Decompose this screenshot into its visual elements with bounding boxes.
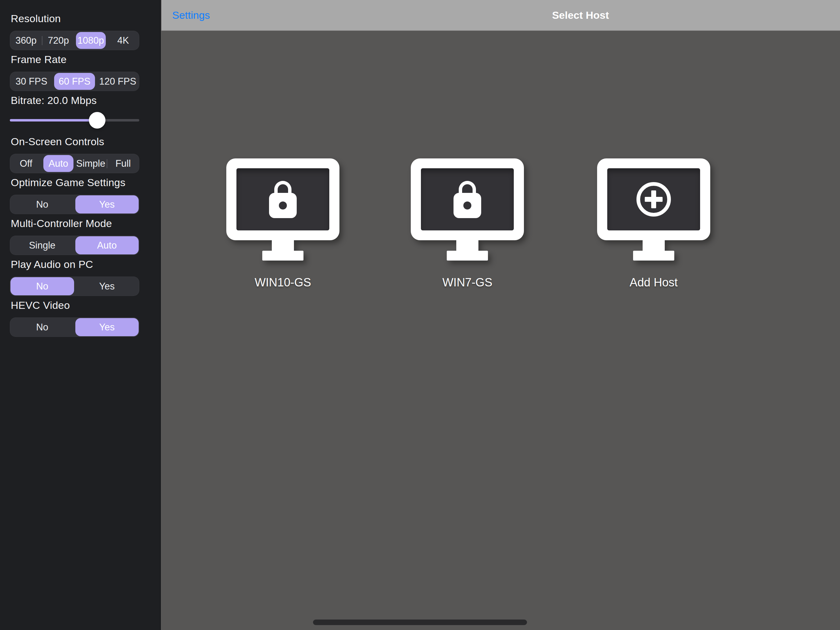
lock-icon — [453, 181, 481, 218]
monitor-screen — [607, 168, 700, 230]
segment-option-label: Simple — [76, 158, 106, 169]
frame-rate-option-120-fps[interactable]: 120 FPS — [96, 72, 139, 91]
hevc-video-option-no[interactable]: No — [10, 318, 74, 337]
play-audio-on-pc-option-yes[interactable]: Yes — [75, 277, 139, 296]
hevc-video-option-yes[interactable]: Yes — [75, 318, 139, 337]
setting-section-on-screen-controls: On-Screen ControlsOffAutoSimpleFull — [0, 135, 160, 173]
setting-section-hevc-video: HEVC VideoNoYes — [0, 299, 160, 337]
segment-option-label: Yes — [99, 322, 115, 333]
host-name-label: WIN10-GS — [218, 276, 347, 289]
setting-label-frame-rate: Frame Rate — [11, 53, 160, 65]
segment-option-label: No — [36, 281, 48, 292]
monitor-stand-base — [447, 251, 488, 261]
segment-option-label: 720p — [47, 35, 69, 46]
slider-fill — [10, 119, 97, 122]
slider-thumb[interactable] — [89, 112, 106, 128]
segment-option-label: 360p — [15, 35, 36, 46]
lock-icon — [269, 181, 297, 218]
monitor-icon — [411, 158, 524, 261]
monitor-icon — [226, 158, 339, 261]
slider-track[interactable] — [10, 119, 139, 122]
on-screen-controls-option-off[interactable]: Off — [10, 154, 42, 173]
monitor-frame — [597, 158, 710, 240]
frame-rate-segmented-control: 30 FPS60 FPS120 FPS — [10, 72, 139, 91]
settings-back-button[interactable]: Settings — [172, 0, 210, 30]
segment-option-label: Off — [20, 158, 32, 169]
monitor-stand-neck — [272, 240, 294, 251]
host-name-label: WIN7-GS — [403, 276, 532, 289]
multi-controller-mode-segmented-control: SingleAuto — [10, 236, 139, 255]
setting-section-multi-controller-mode: Multi-Controller ModeSingleAuto — [0, 217, 160, 255]
add-host-tile[interactable]: Add Host — [589, 158, 718, 289]
lock-keyhole — [279, 201, 287, 209]
setting-label-bitrate: Bitrate: 20.0 Mbps — [11, 94, 160, 106]
setting-section-resolution: Resolution360p720p1080p4K — [0, 12, 160, 50]
frame-rate-option-30-fps[interactable]: 30 FPS — [10, 72, 52, 91]
home-indicator[interactable] — [313, 619, 527, 625]
segment-option-label: No — [36, 199, 48, 210]
page-title: Select Host — [552, 0, 609, 30]
resolution-option-720p[interactable]: 720p — [43, 31, 74, 50]
plus-vertical-bar — [651, 190, 656, 208]
segment-option-label: Yes — [99, 199, 115, 210]
lock-body — [269, 193, 297, 218]
segment-option-label: 120 FPS — [99, 76, 136, 87]
segment-option-label: 30 FPS — [15, 76, 47, 87]
monitor-stand-neck — [456, 240, 478, 251]
multi-controller-mode-option-single[interactable]: Single — [10, 236, 74, 255]
resolution-option-1080p[interactable]: 1080p — [75, 31, 107, 50]
setting-label-optimize-game-settings: Optimize Game Settings — [11, 176, 160, 188]
monitor-icon — [597, 158, 710, 261]
setting-label-resolution: Resolution — [11, 12, 160, 25]
segment-option-label: 60 FPS — [59, 76, 90, 87]
lock-body — [453, 193, 481, 218]
plus-circle-icon — [636, 182, 671, 217]
monitor-stand-neck — [643, 240, 665, 251]
monitor-screen — [237, 168, 329, 230]
multi-controller-mode-option-auto[interactable]: Auto — [75, 236, 139, 255]
optimize-game-settings-option-yes[interactable]: Yes — [75, 195, 139, 214]
setting-label-on-screen-controls: On-Screen Controls — [11, 135, 160, 148]
play-audio-on-pc-option-no[interactable]: No — [10, 277, 74, 296]
setting-section-optimize-game-settings: Optimize Game SettingsNoYes — [0, 176, 160, 214]
navigation-bar: Settings Select Host — [161, 0, 840, 31]
host-selection-area: WIN10-GSWIN7-GSAdd Host — [161, 31, 840, 630]
bitrate-slider[interactable] — [10, 112, 139, 128]
monitor-frame — [226, 158, 339, 240]
host-name-label: Add Host — [589, 276, 718, 289]
monitor-screen — [421, 168, 514, 230]
monitor-stand-base — [633, 251, 674, 261]
segment-option-label: 1080p — [77, 35, 104, 46]
setting-label-hevc-video: HEVC Video — [11, 299, 160, 311]
setting-label-play-audio-on-pc: Play Audio on PC — [11, 258, 160, 271]
optimize-game-settings-option-no[interactable]: No — [10, 195, 74, 214]
frame-rate-option-60-fps[interactable]: 60 FPS — [53, 72, 96, 91]
play-audio-on-pc-segmented-control: NoYes — [10, 277, 139, 296]
segment-option-label: Single — [29, 240, 55, 251]
hevc-video-segmented-control: NoYes — [10, 317, 139, 337]
on-screen-controls-option-simple[interactable]: Simple — [75, 154, 107, 173]
resolution-segmented-control: 360p720p1080p4K — [10, 31, 139, 50]
resolution-option-4k[interactable]: 4K — [107, 31, 139, 50]
settings-sidebar: Resolution360p720p1080p4KFrame Rate30 FP… — [0, 0, 161, 630]
host-tile-win10-gs[interactable]: WIN10-GS — [218, 158, 347, 289]
monitor-frame — [411, 158, 524, 240]
segment-option-label: 4K — [117, 35, 129, 46]
segment-option-label: Yes — [99, 281, 115, 292]
setting-section-bitrate: Bitrate: 20.0 Mbps — [0, 94, 160, 128]
setting-label-multi-controller-mode: Multi-Controller Mode — [11, 217, 160, 230]
lock-keyhole — [463, 201, 471, 209]
setting-section-frame-rate: Frame Rate30 FPS60 FPS120 FPS — [0, 53, 160, 91]
segment-option-label: Auto — [97, 240, 117, 251]
on-screen-controls-option-full[interactable]: Full — [107, 154, 139, 173]
on-screen-controls-option-auto[interactable]: Auto — [43, 154, 74, 173]
resolution-option-360p[interactable]: 360p — [10, 31, 42, 50]
segment-option-label: Full — [115, 158, 131, 169]
optimize-game-settings-segmented-control: NoYes — [10, 195, 139, 214]
segment-option-label: Auto — [49, 158, 68, 169]
host-tile-win7-gs[interactable]: WIN7-GS — [403, 158, 532, 289]
segment-option-label: No — [36, 322, 48, 333]
on-screen-controls-segmented-control: OffAutoSimpleFull — [10, 154, 139, 173]
monitor-stand-base — [262, 251, 303, 261]
setting-section-play-audio-on-pc: Play Audio on PCNoYes — [0, 258, 160, 296]
